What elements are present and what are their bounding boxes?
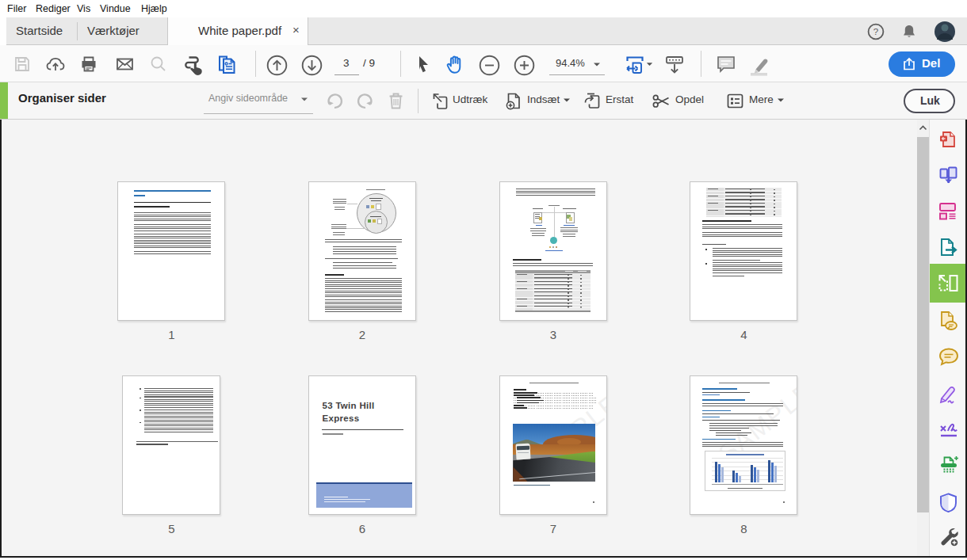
svg-text:?: ?	[873, 27, 878, 36]
